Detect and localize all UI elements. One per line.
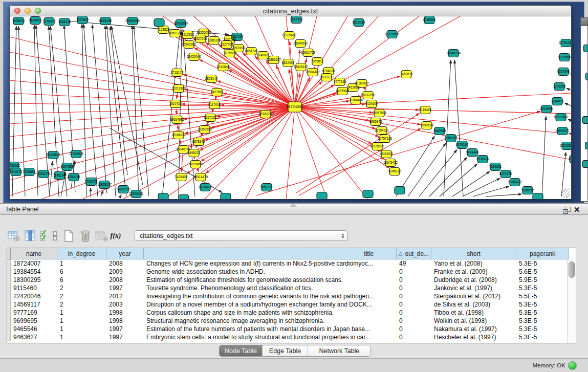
graph-node-label: 18300295 <box>258 112 273 116</box>
table-selector-dropdown[interactable]: citations_edges.txt ▲▼ <box>135 230 347 241</box>
column-header-in-degree[interactable]: in_degree <box>57 248 106 259</box>
graph-node[interactable] <box>317 192 327 200</box>
cell: 1998 <box>106 317 144 325</box>
table-row[interactable]: 977716911998Corpus callosum shape and si… <box>7 309 576 317</box>
table-row[interactable]: 911546021997Tourette syndrome. Phenomeno… <box>7 284 576 292</box>
cell: 5.3E-5 <box>516 333 569 341</box>
graph-node-label: 15992971 <box>555 129 570 133</box>
column-header-name[interactable]: name <box>11 248 57 259</box>
cell: 2008 <box>106 276 144 284</box>
tab-network-table[interactable]: Network Table <box>308 345 371 356</box>
graph-node-label: 7857224 <box>231 35 244 38</box>
network-canvas[interactable]: 1872400771638228860128891295423226058932… <box>10 16 571 199</box>
graph-node-label: 1065328 <box>58 20 71 24</box>
window-resize-grip[interactable] <box>561 189 570 198</box>
cell: 5.3E-5 <box>516 325 569 333</box>
table-panel-title: Table Panel <box>5 206 38 213</box>
graph-node-label: 7163822 <box>157 28 170 31</box>
graph-node-label: 16210227 <box>319 75 334 79</box>
cell: 18300295 <box>11 276 57 284</box>
close-window-button[interactable] <box>14 8 20 14</box>
table-row[interactable]: 1938455462009Genome-wide association stu… <box>7 268 576 276</box>
cell: 2 <box>57 284 106 292</box>
graph-node-label: 8958923 <box>445 136 458 140</box>
application-frame: citations_edges.txt 18724007716382288601… <box>0 0 588 372</box>
create-attribute-icon[interactable] <box>62 229 76 243</box>
graph-node-label: 8813054 <box>353 20 365 24</box>
window-titlebar[interactable]: citations_edges.txt <box>10 6 571 16</box>
graph-node <box>585 73 588 80</box>
column-header-pagerank[interactable]: pagerank <box>516 248 569 259</box>
show-columns-icon[interactable] <box>24 229 37 243</box>
cell: 1997 <box>106 284 144 292</box>
table-row[interactable]: 946362711997Embryonic stem cells: a mode… <box>7 333 576 341</box>
panel-divider-handle[interactable] <box>290 203 297 207</box>
column-header-year[interactable]: year <box>106 248 144 259</box>
cell: 5.3E-5 <box>516 259 569 268</box>
graph-node-label: 11675937 <box>370 144 384 148</box>
table-row[interactable]: 1456911722003Disruption of a novel membe… <box>7 300 576 309</box>
graph-node-label: 10757133 <box>378 137 393 140</box>
float-panel-icon[interactable] <box>563 207 571 213</box>
graph-node[interactable] <box>179 195 189 200</box>
column-header-out-de-[interactable]: △out_de... <box>397 248 431 259</box>
graph-node-label: 1640954 <box>433 129 446 133</box>
cell: 2008 <box>106 259 144 268</box>
cell: 5.3E-5 <box>516 317 569 325</box>
tab-edge-table[interactable]: Edge Table <box>263 345 308 356</box>
cell: 0 <box>397 300 431 309</box>
graph-node-label: 9327505 <box>194 37 207 40</box>
scrollbar-thumb[interactable] <box>569 261 575 278</box>
cell: 14569117 <box>11 300 57 309</box>
graph-node[interactable] <box>363 190 373 198</box>
zoom-window-button[interactable] <box>35 8 41 14</box>
graph-node[interactable] <box>533 193 543 200</box>
graph-node <box>583 45 588 52</box>
graph-node[interactable] <box>395 187 405 194</box>
graph-node[interactable] <box>154 19 164 27</box>
cell: 1 <box>57 309 106 317</box>
tab-node-table[interactable]: Node Table <box>220 345 263 356</box>
delete-attribute-icon[interactable] <box>79 229 92 243</box>
graph-node-label: 17016504 <box>560 144 571 147</box>
graph-node-label: 6794028 <box>322 69 335 73</box>
cell: Hescheler et al. (1997) <box>431 333 516 341</box>
table-row[interactable]: 969969511998Structural magnetic resonanc… <box>7 317 576 325</box>
graph-node-label: 7955812 <box>311 59 324 63</box>
graph-node[interactable] <box>221 193 231 200</box>
graph-node-label: 8454749 <box>245 49 258 53</box>
table-settings-icon[interactable] <box>7 229 20 243</box>
minimize-window-button[interactable] <box>25 8 31 14</box>
graph-node-label: 19218506 <box>385 32 400 36</box>
table-row[interactable]: 2242004622012Investigating the contribut… <box>7 292 576 300</box>
cell: 9463627 <box>11 333 57 341</box>
column-header-short[interactable]: short <box>431 248 516 259</box>
graph-node-label: 2803144 <box>205 77 218 80</box>
graph-node-label: 1215688 <box>23 170 36 173</box>
table-row[interactable]: 1872400712008Changes of HCN gene express… <box>7 259 576 268</box>
graph-node-label: 7450830 <box>400 72 413 76</box>
graph-node-label: 20206576 <box>46 153 61 157</box>
graph-node-label: 9875685 <box>224 51 236 55</box>
cell: 1998 <box>106 309 144 317</box>
table-row[interactable]: 1830029562008Estimation of significance … <box>7 276 576 284</box>
graph-node[interactable] <box>158 193 168 200</box>
memory-status-indicator[interactable] <box>568 361 577 370</box>
graph-node-label: 9154609 <box>365 102 378 105</box>
graph-node-label: 3913174 <box>10 170 23 173</box>
graph-node-label: 6497568 <box>336 89 349 93</box>
graph-node-label: 9327508 <box>221 42 233 46</box>
cell: Corpus callosum shape and size in male p… <box>144 309 397 317</box>
select-attributes-icon[interactable] <box>40 229 48 243</box>
row-height-icon[interactable] <box>51 229 59 243</box>
vertical-scrollbar[interactable] <box>567 260 575 343</box>
close-panel-icon[interactable]: ✕ <box>574 206 580 214</box>
dropdown-arrows-icon: ▲▼ <box>339 233 347 239</box>
graph-node-label: 8878342 <box>192 140 205 143</box>
cell: de Silva et al. (2003) <box>431 300 516 309</box>
column-header-title[interactable]: title <box>144 248 397 259</box>
cell: 5.3E-5 <box>516 300 569 309</box>
table-row[interactable]: 946554611997Estimation of the future num… <box>7 325 576 333</box>
graph-node-label: 8267130 <box>204 116 217 119</box>
function-builder-icon[interactable]: f(x) <box>112 229 120 243</box>
